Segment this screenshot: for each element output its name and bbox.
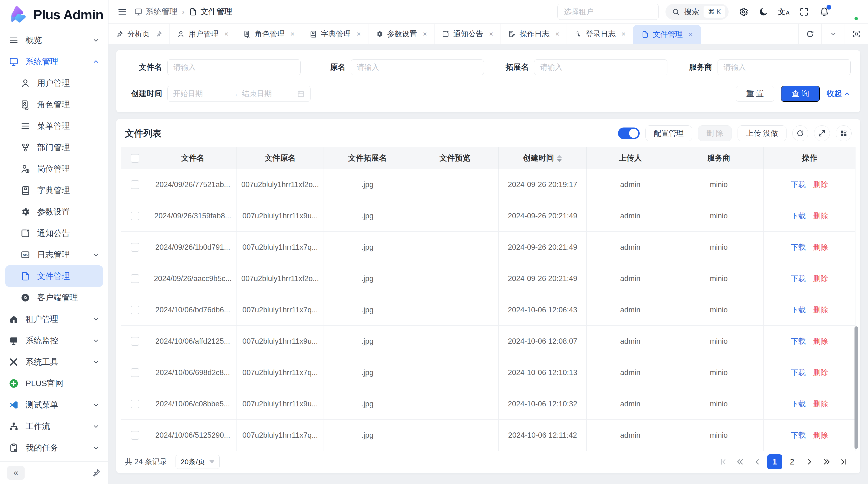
sidebar-item-dict-mgmt[interactable]: 字典管理: [0, 180, 108, 201]
sidebar-pin-icon[interactable]: [91, 468, 101, 478]
sidebar-item-sys-monitor[interactable]: 系统监控: [0, 330, 108, 351]
prev-page-button[interactable]: [750, 454, 765, 469]
row-delete-link[interactable]: 删除: [813, 273, 828, 284]
provider-input[interactable]: 请输入: [717, 59, 851, 75]
close-icon[interactable]: ×: [621, 30, 626, 38]
tab-file[interactable]: 文件管理×: [633, 25, 701, 44]
sidebar-item-user-mgmt[interactable]: 用户管理: [0, 72, 108, 94]
tab-user[interactable]: 用户管理×: [170, 24, 236, 44]
sidebar-item-my-tasks[interactable]: 我的任务: [0, 437, 108, 458]
content-fullscreen-button[interactable]: [845, 24, 868, 44]
row-delete-link[interactable]: 删除: [813, 211, 828, 221]
download-link[interactable]: 下载: [791, 399, 806, 409]
download-link[interactable]: 下载: [791, 242, 806, 252]
orig-name-input[interactable]: 请输入: [351, 59, 484, 75]
sidebar-item-gitee-log[interactable]: gitee记录: [0, 458, 108, 461]
sidebar-item-file-mgmt[interactable]: 文件管理: [5, 265, 103, 287]
first-page-button[interactable]: [715, 454, 730, 469]
page-button-1[interactable]: 1: [767, 454, 782, 469]
config-manage-button[interactable]: 配置管理: [646, 125, 692, 141]
row-delete-link[interactable]: 删除: [813, 305, 828, 315]
sidebar-collapse-button[interactable]: «: [7, 466, 25, 480]
breadcrumb-item-file[interactable]: 文件管理: [189, 6, 232, 17]
gear-icon[interactable]: [738, 7, 748, 17]
download-link[interactable]: 下载: [791, 180, 806, 190]
fullscreen-icon[interactable]: [799, 7, 809, 17]
next-page-button[interactable]: [802, 454, 817, 469]
close-icon[interactable]: ×: [689, 31, 693, 38]
avatar[interactable]: [840, 2, 859, 22]
row-delete-link[interactable]: 删除: [813, 242, 828, 252]
collapse-filters-link[interactable]: 收起: [827, 89, 850, 99]
sidebar-item-system-mgmt[interactable]: 系统管理: [0, 51, 108, 72]
row-checkbox[interactable]: [131, 274, 140, 283]
row-checkbox[interactable]: [131, 368, 140, 377]
sidebar-item-notice[interactable]: 通知公告: [0, 223, 108, 244]
page-size-select[interactable]: 20条/页: [176, 455, 220, 469]
sidebar-item-overview[interactable]: 概览: [0, 29, 108, 51]
tab-login-log[interactable]: 登录日志×: [567, 24, 633, 44]
tab-role[interactable]: 角色管理×: [236, 24, 302, 44]
upload-button[interactable]: 上传 没做: [738, 125, 786, 141]
row-delete-link[interactable]: 删除: [813, 336, 828, 346]
sidebar-item-dept-mgmt[interactable]: 部门管理: [0, 137, 108, 158]
tab-more-button[interactable]: [822, 24, 845, 44]
sidebar-item-plus-site[interactable]: PLUS官网: [0, 373, 108, 394]
delete-button[interactable]: 删 除: [698, 125, 732, 141]
row-delete-link[interactable]: 删除: [813, 430, 828, 440]
tab-op-log[interactable]: 操作日志×: [501, 24, 567, 44]
table-fullscreen-button[interactable]: [814, 125, 830, 141]
download-link[interactable]: 下载: [791, 305, 806, 315]
row-checkbox[interactable]: [131, 400, 140, 408]
sidebar-item-test-menu[interactable]: 测试菜单: [0, 394, 108, 416]
row-checkbox[interactable]: [131, 305, 140, 314]
close-icon[interactable]: ×: [489, 30, 493, 38]
query-button[interactable]: 查 询: [781, 86, 820, 102]
column-header[interactable]: 创建时间: [499, 147, 587, 169]
moon-icon[interactable]: [758, 7, 769, 17]
close-icon[interactable]: ×: [423, 30, 427, 38]
tab-refresh-button[interactable]: [799, 24, 822, 44]
table-scrollbar-thumb[interactable]: [855, 326, 858, 449]
row-checkbox[interactable]: [131, 243, 140, 252]
row-delete-link[interactable]: 删除: [813, 367, 828, 378]
sidebar-item-sys-tools[interactable]: 系统工具: [0, 351, 108, 373]
select-all-checkbox[interactable]: [131, 154, 140, 163]
tab-params[interactable]: 参数设置×: [368, 24, 435, 44]
sidebar-item-log-mgmt[interactable]: DEV日志管理: [0, 244, 108, 265]
sidebar-item-menu-mgmt[interactable]: 菜单管理: [0, 115, 108, 137]
sidebar-item-param-settings[interactable]: 参数设置: [0, 201, 108, 223]
page-button-2[interactable]: 2: [784, 454, 800, 469]
pin-icon[interactable]: [156, 31, 162, 37]
translate-icon[interactable]: 文A: [779, 7, 789, 17]
close-icon[interactable]: ×: [224, 30, 228, 38]
date-range-picker[interactable]: 开始日期 → 结束日期: [167, 86, 311, 102]
download-link[interactable]: 下载: [791, 430, 806, 440]
row-delete-link[interactable]: 删除: [813, 399, 828, 409]
file-name-input[interactable]: 请输入: [167, 59, 301, 75]
row-checkbox[interactable]: [131, 180, 140, 189]
download-link[interactable]: 下载: [791, 211, 806, 221]
reset-button[interactable]: 重 置: [736, 86, 774, 102]
breadcrumb-item-system[interactable]: 系统管理: [134, 6, 178, 17]
ext-name-input[interactable]: 请输入: [534, 59, 668, 75]
download-link[interactable]: 下载: [791, 336, 806, 346]
next-5-pages-button[interactable]: [819, 454, 834, 469]
tab-dict[interactable]: 字典管理×: [302, 24, 368, 44]
prev-5-pages-button[interactable]: [733, 454, 747, 469]
sidebar-item-tenant-mgmt[interactable]: 租户管理: [0, 308, 108, 330]
row-checkbox[interactable]: [131, 431, 140, 440]
table-refresh-button[interactable]: [792, 125, 808, 141]
tab-analysis[interactable]: 分析页: [108, 24, 170, 44]
sidebar-item-client-mgmt[interactable]: 客户端管理: [0, 287, 108, 308]
row-checkbox[interactable]: [131, 212, 140, 220]
hamburger-icon[interactable]: [117, 7, 127, 17]
bell-icon[interactable]: [819, 7, 830, 17]
last-page-button[interactable]: [837, 454, 851, 469]
sidebar-item-post-mgmt[interactable]: 岗位管理: [0, 158, 108, 180]
close-icon[interactable]: ×: [356, 30, 361, 38]
tenant-select-input[interactable]: 选择租户: [557, 4, 659, 20]
global-search-button[interactable]: 搜索 ⌘ K: [665, 4, 728, 20]
row-delete-link[interactable]: 删除: [813, 180, 828, 190]
download-link[interactable]: 下载: [791, 367, 806, 378]
